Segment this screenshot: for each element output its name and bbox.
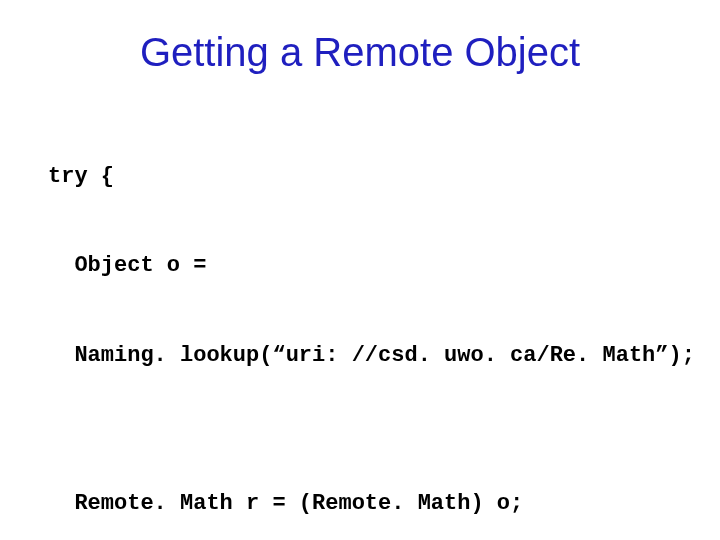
code-block: try { Object o = Naming. lookup(“uri: //… [48,103,672,540]
code-line: Naming. lookup(“uri: //csd. uwo. ca/Re. … [48,341,672,371]
code-line: Object o = [48,251,672,281]
code-line: try { [48,162,672,192]
code-line: Remote. Math r = (Remote. Math) o; [48,489,672,519]
slide-title: Getting a Remote Object [48,30,672,75]
slide: Getting a Remote Object try { Object o =… [0,0,720,540]
